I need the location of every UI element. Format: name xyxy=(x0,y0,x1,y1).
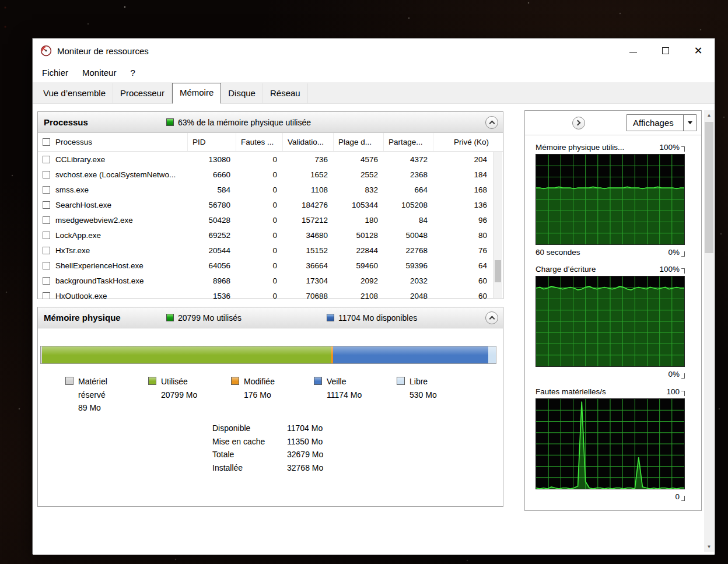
processes-panel-header[interactable]: Processus 63% de la mémoire physique uti… xyxy=(38,112,503,133)
memory-usage-icon xyxy=(166,118,174,126)
stars-decoration xyxy=(0,0,1,1)
process-name: HxTsr.exe xyxy=(55,246,90,255)
memory-panel-header[interactable]: Mémoire physique 20799 Mo utilisés 11704… xyxy=(38,307,503,328)
process-row[interactable]: backgroundTaskHost.exe896801730420922032… xyxy=(38,273,493,288)
menu-bar: FichierMoniteur? xyxy=(33,63,715,82)
processes-table-header: ProcessusPIDFautes ...Validatio...Plage … xyxy=(38,133,503,152)
scale-tick-bottom xyxy=(681,496,685,501)
memory-composition-bar xyxy=(40,346,496,364)
chevron-up-icon xyxy=(489,316,495,322)
memory-bar-segment-utilis-e xyxy=(42,346,331,363)
legend-item-utilis-e: Utilisée20799 Mo xyxy=(148,375,231,415)
menu-item-moniteur[interactable]: Moniteur xyxy=(75,63,123,82)
process-name: SearchHost.exe xyxy=(55,201,111,209)
column-header-partage[interactable]: Partage... xyxy=(384,133,433,151)
maximize-button[interactable] xyxy=(649,38,682,63)
column-header-fautes[interactable]: Fautes ... xyxy=(236,133,283,151)
process-row[interactable]: SearchHost.exe56780018427610534410520813… xyxy=(38,197,493,212)
scale-tick-bottom xyxy=(681,373,685,379)
select-all-checkbox[interactable] xyxy=(43,138,50,146)
legend-color-swatch xyxy=(231,377,239,385)
minimize-button[interactable] xyxy=(617,38,649,63)
minimize-icon xyxy=(629,52,637,53)
process-checkbox[interactable] xyxy=(43,156,50,163)
tab-disque[interactable]: Disque xyxy=(221,83,263,103)
tab-m-moire[interactable]: Mémoire xyxy=(172,83,221,104)
processes-collapse-button[interactable] xyxy=(485,116,498,129)
process-checkbox[interactable] xyxy=(43,171,50,178)
graph-min-label: 0 xyxy=(675,492,680,501)
memory-stat-mise-en-cache: Mise en cache11350 Mo xyxy=(212,435,323,449)
close-button[interactable]: ✕ xyxy=(682,38,715,63)
process-name: msedgewebview2.exe xyxy=(55,216,133,225)
scale-tick-top xyxy=(681,268,685,274)
process-checkbox[interactable] xyxy=(43,277,50,285)
chevron-down-icon xyxy=(688,121,692,124)
process-checkbox[interactable] xyxy=(43,292,50,300)
title-bar[interactable]: Moniteur de ressources ✕ xyxy=(33,38,715,63)
graph-max-label: 100% xyxy=(659,143,680,152)
resource-monitor-icon xyxy=(40,45,52,57)
process-row[interactable]: svchost.exe (LocalSystemNetwo...66600165… xyxy=(38,167,493,182)
tab-r-seau[interactable]: Réseau xyxy=(263,83,308,103)
process-row[interactable]: HxOutlook.exe15360706882108204860 xyxy=(38,288,493,299)
process-checkbox[interactable] xyxy=(43,186,50,194)
memory-legend: Matérielréservé89 MoUtilisée20799 MoModi… xyxy=(40,375,501,415)
processes-panel: Processus 63% de la mémoire physique uti… xyxy=(37,111,503,299)
process-row[interactable]: ShellExperienceHost.exe64056036664594605… xyxy=(38,258,493,273)
processes-scrollbar-thumb[interactable] xyxy=(495,260,501,282)
legend-item-veille: Veille11174 Mo xyxy=(314,375,397,415)
legend-item-mat-riel: Matérielréservé89 Mo xyxy=(65,375,148,415)
legend-item-modifi-e: Modifiée176 Mo xyxy=(231,375,314,415)
menu-item-fichier[interactable]: Fichier xyxy=(35,63,75,82)
process-row[interactable]: msedgewebview2.exe5042801572121808496 xyxy=(38,212,493,227)
graph-title: Mémoire physique utilis... xyxy=(536,143,659,152)
menu-item-[interactable]: ? xyxy=(123,63,142,82)
process-name: backgroundTaskHost.exe xyxy=(55,276,144,285)
affichages-dropdown[interactable]: Affichages xyxy=(626,114,696,131)
main-scrollbar-thumb[interactable] xyxy=(705,122,713,253)
process-checkbox[interactable] xyxy=(43,201,50,209)
legend-color-swatch xyxy=(397,377,405,385)
sidebar-collapse-button[interactable] xyxy=(572,117,585,129)
window-controls: ✕ xyxy=(617,38,715,63)
dropdown-arrow-button[interactable] xyxy=(683,115,696,131)
process-row[interactable]: smss.exe58401108832664168 xyxy=(38,182,493,197)
process-row[interactable]: HxTsr.exe20544015152228442276876 xyxy=(38,243,493,258)
chevron-up-icon xyxy=(489,121,495,127)
graph-min-label: 0% xyxy=(668,248,680,257)
column-header-validatio[interactable]: Validatio... xyxy=(283,133,334,151)
memory-available-text: 11704 Mo disponibles xyxy=(338,313,417,323)
column-header-pid[interactable]: PID xyxy=(188,133,236,151)
processes-table-scrollbar[interactable] xyxy=(493,152,502,298)
process-name: HxOutlook.exe xyxy=(55,292,107,300)
scroll-up-arrow[interactable]: ▲ xyxy=(704,110,714,120)
graph-max-label: 100 xyxy=(666,387,680,396)
memory-collapse-button[interactable] xyxy=(485,311,498,324)
processes-panel-title: Processus xyxy=(44,117,166,127)
tab-bar: Vue d’ensembleProcesseurMémoireDisqueRés… xyxy=(33,82,715,104)
process-checkbox[interactable] xyxy=(43,247,50,254)
tab-processeur[interactable]: Processeur xyxy=(113,83,172,103)
graph-charge-d-criture: Charge d’écriture100%0% xyxy=(536,265,685,379)
process-row[interactable]: LockApp.exe69252034680501285004880 xyxy=(38,227,493,243)
column-header-priv-ko[interactable]: Privé (Ko) xyxy=(433,133,493,151)
sidebar-header: Affichages xyxy=(525,111,701,135)
scroll-down-arrow[interactable]: ▼ xyxy=(704,542,714,552)
scale-tick-top xyxy=(681,146,685,152)
process-checkbox[interactable] xyxy=(43,262,50,269)
memory-stat-install-e: Installée32768 Mo xyxy=(212,461,323,475)
process-checkbox[interactable] xyxy=(43,216,50,224)
physical-memory-panel: Mémoire physique 20799 Mo utilisés 11704… xyxy=(37,307,503,507)
graph-title: Fautes matérielles/s xyxy=(536,387,666,396)
scale-tick-bottom xyxy=(681,251,685,257)
column-header-plage-d[interactable]: Plage d... xyxy=(334,133,384,151)
main-scrollbar[interactable]: ▲ ▼ xyxy=(704,110,714,552)
process-checkbox[interactable] xyxy=(43,232,50,239)
tab-vue-d-ensemble[interactable]: Vue d’ensemble xyxy=(36,83,113,103)
chevron-right-icon xyxy=(575,120,581,126)
process-name: smss.exe xyxy=(55,185,89,194)
column-header-processus[interactable]: Processus xyxy=(38,133,188,151)
process-name: LockApp.exe xyxy=(55,231,101,240)
process-row[interactable]: CCLibrary.exe13080073645764372204 xyxy=(38,152,493,167)
